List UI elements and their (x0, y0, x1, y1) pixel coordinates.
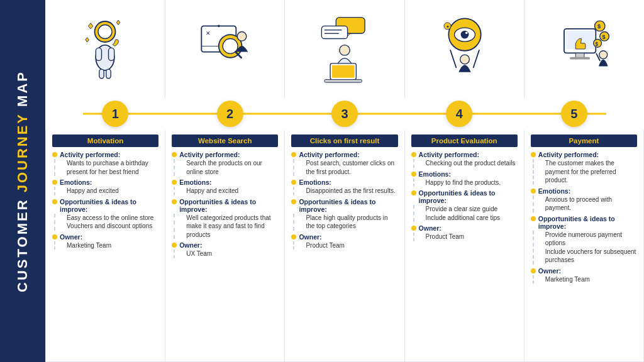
step-5: 5 (561, 101, 587, 127)
card-4-opportunities: Opportunities & ideas to improve: Provid… (411, 189, 518, 222)
card-5-opp-text: Provide numerous payment optionsInclude … (538, 231, 637, 265)
card-3-opportunities: Opportunities & ideas to improve: Place … (291, 198, 397, 231)
step-4: 4 (446, 101, 472, 127)
card-3: Clicks on first result Activity performe… (284, 130, 404, 362)
dot-icon (411, 152, 416, 157)
dot-icon (291, 199, 296, 204)
dot-icon (52, 152, 57, 157)
card-4: Product Evaluation Activity performed: C… (404, 130, 524, 362)
dot-icon (411, 172, 416, 177)
dot-icon (52, 199, 57, 204)
svg-text:✦: ✦ (445, 24, 449, 30)
card-3-title: Clicks on first result (291, 134, 397, 147)
svg-text:$: $ (597, 23, 601, 30)
svg-line-33 (473, 50, 479, 67)
card-1-opportunities: Opportunities & ideas to improve: Easy a… (52, 198, 158, 231)
svg-marker-9 (86, 37, 89, 41)
dot-icon (172, 152, 177, 157)
card-5-activity: Activity performed: The customer makes t… (531, 151, 637, 185)
svg-point-46 (599, 50, 608, 58)
illustration-1 (45, 0, 165, 97)
card-1-opp-text: Easy access to the online storeVouchers … (59, 214, 158, 231)
main-content: ✕ (45, 0, 644, 362)
svg-rect-38 (575, 53, 584, 57)
card-5-owner: Owner: Marketing Team (531, 267, 637, 284)
dot-icon (291, 152, 296, 157)
svg-text:$: $ (596, 41, 599, 47)
dot-icon (291, 234, 296, 239)
card-3-activity: Activity performed: Post search, custome… (291, 151, 397, 176)
illustrations-row: ✕ (45, 0, 644, 97)
dot-icon (531, 268, 536, 273)
svg-rect-3 (96, 48, 101, 60)
sidebar-title: CUSTOMER JOURNEY MAP (16, 70, 30, 292)
card-4-emotions: Emotions: Happy to find the products. (411, 170, 518, 187)
illustration-2: ✕ (165, 0, 286, 97)
step-3: 3 (331, 101, 358, 127)
svg-rect-39 (570, 57, 590, 59)
dot-icon (52, 180, 57, 185)
dot-icon (531, 189, 536, 194)
cards-row: Motivation Activity performed: Wants to … (45, 130, 644, 362)
svg-rect-4 (108, 48, 114, 60)
dot-icon (172, 180, 177, 185)
illustration-4: ✦ (405, 0, 525, 97)
dot-icon (531, 152, 536, 157)
svg-rect-5 (99, 69, 104, 79)
svg-marker-7 (88, 23, 92, 28)
step-2: 2 (217, 101, 243, 127)
svg-line-32 (450, 50, 456, 67)
illustration-3 (285, 0, 405, 97)
dot-icon (172, 243, 177, 248)
dot-icon (411, 226, 416, 231)
svg-point-30 (465, 31, 467, 34)
card-4-opp-text: Provide a clear size guideInclude additi… (418, 205, 518, 222)
svg-rect-26 (332, 65, 355, 77)
dot-icon (52, 234, 57, 239)
dot-icon (172, 199, 177, 204)
card-1-emotions: Emotions: Happy and excited (52, 178, 158, 195)
card-4-activity: Activity performed: Checking out the pro… (411, 151, 518, 168)
card-4-owner: Owner: Product Team (411, 224, 518, 241)
svg-point-29 (460, 30, 469, 38)
svg-text:$: $ (602, 33, 606, 40)
svg-rect-25 (325, 79, 362, 82)
svg-rect-20 (321, 26, 347, 38)
card-5-title: Payment (531, 134, 637, 147)
card-1-title: Motivation (52, 134, 158, 147)
card-3-owner: Owner: Product Team (291, 233, 397, 250)
sidebar: CUSTOMER JOURNEY MAP (0, 0, 45, 362)
svg-marker-8 (116, 20, 120, 25)
dot-icon (531, 216, 536, 221)
card-2-activity: Activity performed: Search the products … (172, 151, 278, 176)
svg-point-31 (460, 55, 469, 64)
card-5-emotions: Emotions: Anxious to proceed with paymen… (531, 187, 637, 212)
svg-text:✕: ✕ (206, 30, 211, 36)
card-4-title: Product Evaluation (411, 134, 518, 147)
card-1-activity: Activity performed: Wants to purchase a … (52, 151, 158, 176)
card-2-emotions: Emotions: Happy and excited (172, 178, 278, 195)
illustration-5: $ $ $ (525, 0, 644, 97)
svg-rect-6 (106, 69, 111, 79)
svg-point-1 (98, 25, 112, 38)
steps-row: 1 2 3 4 5 (45, 97, 644, 130)
card-2-title: Website Search (172, 134, 278, 147)
card-2-owner: Owner: UX Team (172, 241, 278, 258)
card-5: Payment Activity performed: The customer… (524, 130, 644, 362)
card-3-emotions: Emotions: Disappointed as the first resu… (291, 178, 397, 195)
svg-point-23 (340, 45, 350, 55)
card-1: Motivation Activity performed: Wants to … (45, 130, 165, 362)
dot-icon (411, 190, 416, 195)
svg-point-17 (238, 31, 247, 41)
svg-point-11 (218, 25, 220, 27)
card-5-opportunities: Opportunities & ideas to improve: Provid… (531, 215, 637, 265)
card-2: Website Search Activity performed: Searc… (165, 130, 284, 362)
step-1: 1 (102, 101, 128, 127)
card-1-owner: Owner: Marketing Team (52, 233, 158, 250)
dot-icon (291, 180, 296, 185)
card-2-opportunities: Opportunities & ideas to improve: Well c… (172, 198, 278, 239)
